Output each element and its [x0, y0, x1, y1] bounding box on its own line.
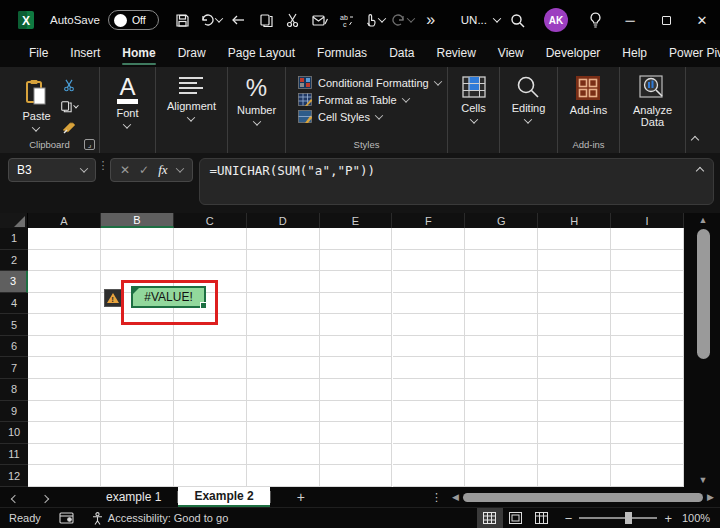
scroll-left-icon[interactable]: ◀ — [452, 492, 459, 502]
avatar[interactable]: AK — [544, 8, 568, 32]
cell-a8[interactable] — [28, 379, 101, 401]
cell-c7[interactable] — [174, 357, 247, 379]
cancel-icon[interactable]: ✕ — [120, 163, 130, 177]
vertical-scrollbar[interactable]: ▲ ▼ — [688, 213, 718, 487]
zoom-slider-thumb[interactable] — [625, 512, 632, 524]
cell-i5[interactable] — [611, 314, 684, 336]
zoom-in-icon[interactable]: + — [664, 511, 672, 526]
lightbulb-icon[interactable] — [578, 5, 612, 35]
clipboard-dialog-launcher-icon[interactable]: ⌟ — [84, 139, 95, 150]
cell-b7[interactable] — [101, 357, 174, 379]
touch-mode-icon[interactable] — [362, 7, 387, 33]
insert-function-icon[interactable]: fx — [158, 162, 167, 178]
cell-h7[interactable] — [538, 357, 611, 379]
cell-b6[interactable] — [101, 336, 174, 358]
cell-b1[interactable] — [101, 228, 174, 250]
cell-b8[interactable] — [101, 379, 174, 401]
row-header-2[interactable]: 2 — [0, 250, 28, 272]
more-commands-icon[interactable]: » — [419, 7, 443, 33]
number-button[interactable]: % Number — [237, 67, 276, 126]
cell-d7[interactable] — [247, 357, 320, 379]
row-header-9[interactable]: 9 — [0, 401, 28, 423]
cell-g2[interactable] — [465, 250, 538, 272]
cell-e3[interactable] — [320, 271, 393, 293]
scroll-right-icon[interactable]: ▶ — [707, 492, 714, 502]
format-as-table-button[interactable]: Format as Table — [298, 93, 441, 106]
cell-a4[interactable] — [28, 293, 101, 315]
cell-f7[interactable] — [393, 357, 466, 379]
row-header-6[interactable]: 6 — [0, 336, 28, 358]
cell-h11[interactable] — [538, 444, 611, 466]
translate-icon[interactable]: abc — [335, 7, 359, 33]
column-header-e[interactable]: E — [320, 213, 393, 228]
cell-a9[interactable] — [28, 401, 101, 423]
cell-a7[interactable] — [28, 357, 101, 379]
cell-g12[interactable] — [465, 465, 538, 487]
back-arrow-icon[interactable] — [227, 7, 251, 33]
column-header-c[interactable]: C — [174, 213, 247, 228]
cut-button[interactable] — [59, 77, 79, 94]
cell-i4[interactable] — [611, 293, 684, 315]
cell-d11[interactable] — [247, 444, 320, 466]
column-header-h[interactable]: H — [538, 213, 611, 228]
cell-b12[interactable] — [101, 465, 174, 487]
column-header-a[interactable]: A — [28, 213, 101, 228]
cell-i11[interactable] — [611, 444, 684, 466]
cell-b10[interactable] — [101, 422, 174, 444]
cell-e6[interactable] — [320, 336, 393, 358]
cell-c5[interactable] — [174, 314, 247, 336]
tab-developer[interactable]: Developer — [535, 42, 612, 65]
row-header-3[interactable]: 3 — [0, 271, 28, 293]
page-break-view-icon[interactable] — [529, 508, 555, 528]
cell-a10[interactable] — [28, 422, 101, 444]
zoom-slider[interactable] — [579, 517, 657, 519]
cell-e11[interactable] — [320, 444, 393, 466]
cell-c10[interactable] — [174, 422, 247, 444]
save-icon[interactable] — [171, 7, 195, 33]
cell-e12[interactable] — [320, 465, 393, 487]
cell-b3[interactable]: #VALUE! — [131, 286, 206, 308]
cell-a6[interactable] — [28, 336, 101, 358]
cell-g1[interactable] — [465, 228, 538, 250]
zoom-out-icon[interactable]: − — [565, 511, 573, 526]
copy-button[interactable] — [59, 98, 79, 115]
page-layout-view-icon[interactable] — [503, 508, 529, 528]
horizontal-scrollbar[interactable]: ◀ ▶ — [452, 492, 714, 502]
vertical-scroll-thumb[interactable] — [697, 229, 710, 359]
email-icon[interactable] — [308, 7, 332, 33]
autosave-toggle[interactable]: Off — [108, 10, 159, 30]
error-trace-button[interactable] — [104, 289, 122, 307]
sheet-tab-example-2[interactable]: Example 2 — [178, 487, 269, 507]
alignment-button[interactable]: Alignment — [167, 67, 216, 122]
cell-e4[interactable] — [320, 293, 393, 315]
tab-help[interactable]: Help — [611, 42, 658, 65]
formula-input[interactable]: =UNICHAR(SUM("a","P")) — [199, 158, 714, 205]
cell-area[interactable]: #VALUE! — [28, 228, 684, 487]
cell-b9[interactable] — [101, 401, 174, 423]
normal-view-icon[interactable] — [477, 508, 503, 528]
tab-review[interactable]: Review — [425, 42, 486, 65]
cell-h10[interactable] — [538, 422, 611, 444]
row-header-11[interactable]: 11 — [0, 444, 28, 466]
cell-h6[interactable] — [538, 336, 611, 358]
tab-data[interactable]: Data — [378, 42, 425, 65]
horizontal-scroll-thumb[interactable] — [463, 493, 703, 502]
font-button[interactable]: A Font — [116, 67, 138, 129]
cell-a1[interactable] — [28, 228, 101, 250]
cell-g7[interactable] — [465, 357, 538, 379]
cell-h5[interactable] — [538, 314, 611, 336]
column-header-g[interactable]: G — [465, 213, 538, 228]
tab-page-layout[interactable]: Page Layout — [217, 42, 306, 65]
cell-c9[interactable] — [174, 401, 247, 423]
cell-h8[interactable] — [538, 379, 611, 401]
cell-d10[interactable] — [247, 422, 320, 444]
cell-i3[interactable] — [611, 271, 684, 293]
cell-c6[interactable] — [174, 336, 247, 358]
cell-i10[interactable] — [611, 422, 684, 444]
format-painter-button[interactable] — [59, 119, 79, 136]
column-header-b[interactable]: B — [101, 213, 174, 228]
row-header-4[interactable]: 4 — [0, 293, 28, 315]
cell-e9[interactable] — [320, 401, 393, 423]
cell-c2[interactable] — [174, 250, 247, 272]
row-header-1[interactable]: 1 — [0, 228, 28, 250]
